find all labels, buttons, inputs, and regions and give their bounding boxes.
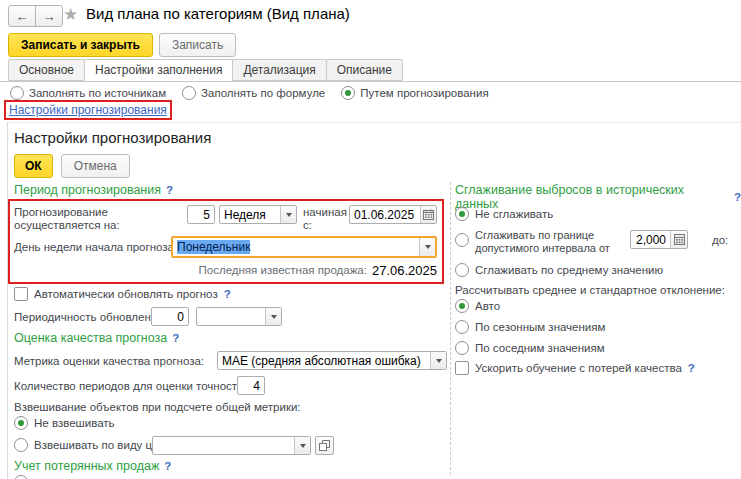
weekday-select[interactable]: Понедельник xyxy=(171,236,437,258)
fill-mode-option-forecast[interactable]: Путем прогнозирования xyxy=(341,86,488,100)
help-icon[interactable]: ? xyxy=(224,288,231,300)
horizon-value-input[interactable]: 5 xyxy=(187,205,215,224)
favorite-star-icon[interactable]: ★ xyxy=(63,4,78,25)
save-and-close-button[interactable]: Записать и закрыть xyxy=(8,33,153,57)
help-icon[interactable]: ? xyxy=(166,184,173,196)
ok-button[interactable]: ОК xyxy=(14,154,53,178)
help-icon[interactable]: ? xyxy=(172,332,179,344)
speedup-label: Ускорить обучение с потерей качества xyxy=(475,362,682,375)
radio-icon xyxy=(455,320,469,334)
metric-value: MAE (средняя абсолютная ошибка) xyxy=(218,354,430,368)
chevron-down-icon[interactable] xyxy=(294,437,310,454)
cancel-button[interactable]: Отмена xyxy=(61,154,130,178)
radio-icon xyxy=(14,438,28,452)
weekday-label: День недели начала прогноза: xyxy=(14,241,177,254)
choose-from-list-button[interactable] xyxy=(315,436,334,455)
tab-detailing[interactable]: Детализация xyxy=(232,59,326,81)
column-splitter[interactable] xyxy=(450,182,451,475)
forward-arrow-icon: → xyxy=(43,9,56,24)
calculator-icon[interactable] xyxy=(670,231,687,248)
smoothing-option-none[interactable]: Не сглаживать xyxy=(455,207,553,221)
bound-to-label: до: xyxy=(712,234,728,247)
smoothing-option-label: Сглаживать по границе допустимого интерв… xyxy=(475,229,643,255)
forward-button[interactable]: → xyxy=(36,6,62,26)
forecast-settings-link[interactable]: Настройки прогнозирования xyxy=(9,103,167,117)
stddev-option-label: Авто xyxy=(475,300,500,313)
weighting-option-none[interactable]: Не взвешивать xyxy=(14,416,115,430)
radio-icon xyxy=(455,233,469,247)
nav-buttons: ← → xyxy=(8,5,63,27)
chevron-down-icon[interactable] xyxy=(419,238,435,256)
panel-title: Настройки прогнозирования xyxy=(14,129,211,146)
help-icon[interactable]: ? xyxy=(164,460,171,472)
window: ← → ★ Вид плана по категориям (Вид плана… xyxy=(0,0,741,479)
overlapping-squares-icon xyxy=(319,440,330,451)
help-icon[interactable]: ? xyxy=(688,362,695,374)
last-sale-value: 27.06.2025 xyxy=(372,263,437,278)
smoothing-option-bound[interactable]: Сглаживать по границе допустимого интерв… xyxy=(455,229,643,255)
accuracy-periods-label: Количество периодов для оценки точности: xyxy=(14,380,247,393)
weighting-option-price-kind[interactable]: Взвешивать по виду цен xyxy=(14,438,165,452)
metric-select[interactable]: MAE (средняя абсолютная ошибка) xyxy=(217,351,447,370)
bound-from-input[interactable]: 2,000 xyxy=(630,230,688,249)
stddev-option-seasonal[interactable]: По сезонным значениям xyxy=(455,320,605,334)
radio-icon xyxy=(182,86,196,100)
save-button[interactable]: Записать xyxy=(159,33,236,57)
section-header-lost-sales: Учет потерянных продаж xyxy=(14,459,159,473)
calendar-icon[interactable] xyxy=(420,206,436,223)
update-period-value: 0 xyxy=(152,310,188,324)
radio-selected-icon xyxy=(14,416,28,430)
stddev-label: Рассчитывать среднее и стандартное откло… xyxy=(455,284,725,297)
checkbox-icon xyxy=(455,361,469,375)
stddev-option-label: По соседним значениям xyxy=(475,342,605,355)
auto-update-checkbox-row[interactable]: Автоматически обновлять прогноз ? xyxy=(14,287,231,301)
accuracy-periods-value: 4 xyxy=(238,379,264,393)
fill-mode-label: Путем прогнозирования xyxy=(360,87,488,100)
radio-selected-icon xyxy=(455,299,469,313)
horizon-unit-value: Неделя xyxy=(220,208,280,222)
radio-selected-icon xyxy=(341,86,355,100)
bound-from-value: 2,000 xyxy=(631,233,670,247)
chevron-down-icon[interactable] xyxy=(430,352,446,369)
help-icon[interactable]: ? xyxy=(734,191,741,203)
section-header-forecast-period: Период прогнозирования xyxy=(14,183,161,197)
horizon-unit-select[interactable]: Неделя xyxy=(219,205,297,224)
start-date-label: начиная с: xyxy=(303,206,347,232)
speedup-checkbox-row[interactable]: Ускорить обучение с потерей качества ? xyxy=(455,361,695,375)
update-period-input[interactable]: 0 xyxy=(151,307,189,326)
last-sale-label: Последняя известная продажа: xyxy=(199,264,367,277)
smoothing-option-average[interactable]: Сглаживать по среднему значению xyxy=(455,263,663,277)
divider xyxy=(7,122,8,479)
annotation-box-link: Настройки прогнозирования xyxy=(4,100,172,120)
horizon-label: Прогнозирование осуществляется на: xyxy=(14,206,186,232)
tab-fill-settings[interactable]: Настройки заполнения xyxy=(84,59,233,81)
radio-icon xyxy=(14,475,28,479)
weighting-option-label: Не взвешивать xyxy=(34,417,115,430)
update-period-unit-select[interactable] xyxy=(196,307,282,326)
stddev-option-label: По сезонным значениям xyxy=(475,321,605,334)
smoothing-option-label: Не сглаживать xyxy=(475,208,553,221)
radio-icon xyxy=(455,263,469,277)
tab-description[interactable]: Описание xyxy=(326,59,403,81)
tab-bar: Основное Настройки заполнения Детализаци… xyxy=(0,60,741,82)
stddev-option-neighbor[interactable]: По соседним значениям xyxy=(455,341,605,355)
page-title: Вид плана по категориям (Вид плана) xyxy=(86,5,350,22)
weighting-option-label: Взвешивать по виду цен xyxy=(34,439,165,452)
accuracy-periods-input[interactable]: 4 xyxy=(237,376,265,395)
fill-mode-option-sources[interactable]: Заполнять по источникам xyxy=(10,86,166,100)
chevron-down-icon[interactable] xyxy=(265,308,281,325)
divider xyxy=(7,122,741,123)
chevron-down-icon[interactable] xyxy=(280,206,296,223)
back-button[interactable]: ← xyxy=(9,6,36,26)
start-date-input[interactable]: 01.06.2025 xyxy=(349,205,437,224)
tab-main[interactable]: Основное xyxy=(8,59,85,81)
horizon-value: 5 xyxy=(188,208,214,222)
price-kind-select[interactable] xyxy=(152,436,311,455)
stddev-option-auto[interactable]: Авто xyxy=(455,299,500,313)
update-period-label: Периодичность обновления: xyxy=(14,311,167,324)
smoothing-option-label: Сглаживать по среднему значению xyxy=(475,264,663,277)
section-header-quality: Оценка качества прогноза xyxy=(14,331,167,345)
weighting-label: Взвешивание объектов при подсчете общей … xyxy=(14,401,301,414)
fill-mode-option-formula[interactable]: Заполнять по формуле xyxy=(182,86,325,100)
radio-icon xyxy=(10,86,24,100)
